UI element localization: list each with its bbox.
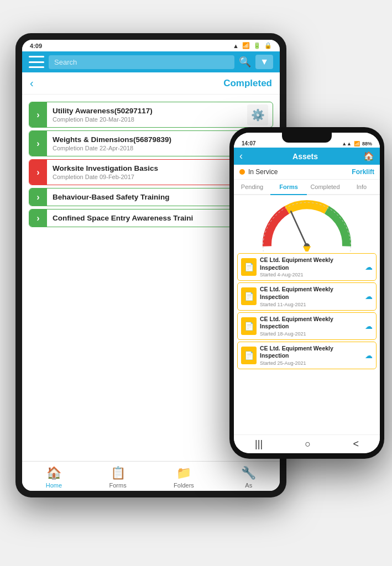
chevron-icon: › (29, 131, 47, 156)
tablet-back-button[interactable]: ‹ (30, 77, 34, 90)
chevron-icon: › (29, 188, 47, 206)
nav-item-assets[interactable]: 🔧 As (241, 466, 256, 489)
list-item-content: Utility Awareness(50297117) Completion D… (47, 102, 247, 127)
list-item-title: Utility Awareness(50297117) (53, 107, 242, 115)
list-item-subtitle: Completion Date 20-Mar-2018 (53, 116, 242, 123)
list-item[interactable]: › Utility Awareness(50297117) Completion… (29, 102, 273, 128)
phone-list-item[interactable]: 📄 CE Ltd. Equipment Weekly Inspection St… (237, 342, 377, 369)
battery-level: 88% (362, 141, 372, 146)
phone-home-icon[interactable]: 🏠 (363, 151, 374, 161)
nav-label-assets: As (245, 482, 252, 489)
phone-item-title: CE Ltd. Equipment Weekly Inspection (260, 256, 363, 271)
nav-item-folders[interactable]: 📁 Folders (174, 466, 194, 489)
lock-icon: 🔒 (264, 42, 272, 49)
home-icon: 🏠 (46, 466, 61, 480)
tablet-status-bar: 4:09 ▲ 📶 🔋 🔒 (22, 40, 280, 51)
phone-back-button[interactable]: ‹ (239, 150, 243, 162)
chevron-icon: › (29, 209, 47, 227)
chevron-icon: › (29, 160, 47, 185)
folders-icon: 📁 (176, 466, 191, 480)
phone-status-icons: ▲▲ 📶 88% (342, 141, 372, 146)
svg-line-1 (291, 212, 307, 247)
tablet-search-icon[interactable]: 🔍 (239, 56, 251, 68)
form-doc-icon: 📄 (241, 287, 257, 305)
phone-bottom-right: < (353, 438, 359, 450)
tablet-search-box[interactable]: Search (49, 55, 234, 69)
phone-item-content: CE Ltd. Equipment Weekly Inspection Star… (260, 256, 363, 277)
phone-item-title: CE Ltd. Equipment Weekly Inspection (260, 286, 363, 301)
tablet-search-placeholder: Search (54, 58, 77, 66)
phone: 14:07 ▲▲ 📶 88% ‹ Assets 🏠 In Service For… (229, 127, 384, 459)
phone-list: 📄 CE Ltd. Equipment Weekly Inspection St… (234, 250, 380, 434)
form-doc-icon: 📄 (241, 317, 257, 335)
phone-list-item[interactable]: 📄 CE Ltd. Equipment Weekly Inspection St… (237, 282, 377, 310)
forms-icon: 📋 (111, 466, 126, 480)
phone-bottom-bar: ||| ○ < (234, 434, 380, 453)
tablet-status-icons: ▲ 📶 🔋 🔒 (233, 42, 272, 49)
phone-item-subtitle: Started 11-Aug-2021 (260, 302, 363, 307)
gauge-container (234, 195, 380, 250)
phone-list-item[interactable]: 📄 CE Ltd. Equipment Weekly Inspection St… (237, 253, 377, 281)
phone-bottom-center: ○ (305, 438, 311, 450)
gauge-chart (257, 196, 357, 251)
phone-item-title: CE Ltd. Equipment Weekly Inspection (260, 345, 363, 360)
list-item-badge: ⚙️ (247, 104, 268, 125)
in-service-dot (239, 169, 245, 175)
tablet-time: 4:09 (30, 43, 42, 49)
phone-time: 14:07 (242, 140, 256, 146)
phone-item-content: CE Ltd. Equipment Weekly Inspection Star… (260, 345, 363, 366)
phone-item-subtitle: Started 4-Aug-2021 (260, 272, 363, 277)
upload-icon[interactable]: ☁ (365, 263, 373, 271)
upload-icon[interactable]: ☁ (365, 322, 373, 331)
wifi-icon: 📶 (354, 141, 360, 146)
nav-item-home[interactable]: 🏠 Home (46, 466, 62, 489)
nav-label-folders: Folders (174, 482, 194, 489)
tab-forms[interactable]: Forms (270, 180, 307, 195)
phone-item-content: CE Ltd. Equipment Weekly Inspection Star… (260, 286, 363, 307)
phone-item-subtitle: Started 25-Aug-2021 (260, 360, 363, 366)
form-doc-icon: 📄 (241, 258, 257, 276)
phone-service-bar: In Service Forklift (234, 165, 380, 180)
phone-title: Assets (247, 152, 363, 161)
tablet-bottom-nav: 🏠 Home 📋 Forms 📁 Folders 🔧 As (22, 461, 280, 491)
upload-icon[interactable]: ☁ (365, 292, 373, 301)
hamburger-menu-icon[interactable] (29, 56, 44, 68)
signal-icon: ▲▲ (342, 141, 352, 146)
tab-completed[interactable]: Completed (307, 180, 343, 195)
phone-item-subtitle: Started 18-Aug-2021 (260, 331, 363, 337)
tab-pending[interactable]: Pending (234, 180, 270, 195)
nav-label-forms: Forms (109, 482, 127, 489)
scene: 4:09 ▲ 📶 🔋 🔒 Search 🔍 ▼ (0, 0, 392, 566)
nav-item-forms[interactable]: 📋 Forms (109, 466, 127, 489)
nav-label-home: Home (46, 482, 62, 489)
wifi-icon: ▲ (233, 43, 239, 49)
tab-info[interactable]: Info (343, 180, 380, 195)
phone-tabs: Pending Forms Completed Info (234, 180, 380, 195)
battery-icon: 🔋 (253, 42, 261, 49)
signal-icon: 📶 (242, 42, 250, 49)
phone-forklift-label: Forklift (352, 168, 374, 176)
tablet-filter-icon[interactable]: ▼ (255, 55, 273, 69)
phone-item-content: CE Ltd. Equipment Weekly Inspection Star… (260, 316, 363, 337)
phone-notch (282, 133, 332, 143)
chevron-icon: › (29, 102, 47, 127)
assets-icon: 🔧 (241, 466, 256, 480)
phone-top-bar: ‹ Assets 🏠 (234, 148, 380, 165)
tablet-top-bar: Search 🔍 ▼ (22, 51, 280, 72)
tablet-subbar: ‹ Completed (22, 72, 280, 95)
phone-service-label: In Service (248, 168, 352, 176)
tablet-completed-label: Completed (223, 78, 272, 89)
upload-icon[interactable]: ☁ (365, 351, 373, 360)
phone-item-title: CE Ltd. Equipment Weekly Inspection (260, 316, 363, 331)
phone-bottom-left: ||| (255, 438, 263, 450)
phone-screen: 14:07 ▲▲ 📶 88% ‹ Assets 🏠 In Service For… (234, 133, 380, 453)
form-doc-icon: 📄 (241, 347, 257, 364)
phone-list-item[interactable]: 📄 CE Ltd. Equipment Weekly Inspection St… (237, 312, 377, 340)
